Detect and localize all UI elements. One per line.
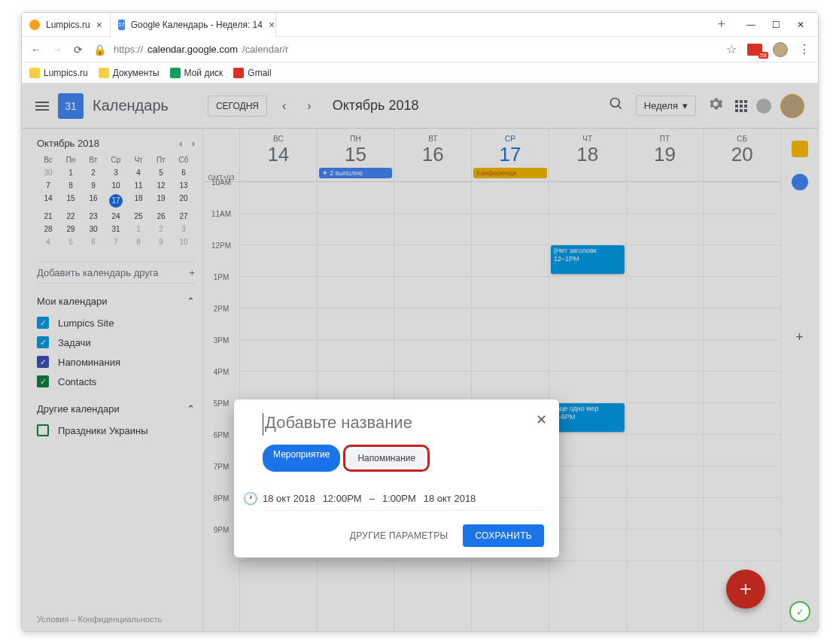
mini-day[interactable]: 10: [105, 179, 127, 192]
browser-tab[interactable]: Lumpics.ru×: [22, 13, 111, 37]
mini-day[interactable]: 12: [150, 179, 172, 192]
day-column-header[interactable]: Пт19: [626, 129, 704, 181]
apps-launcher-icon[interactable]: [735, 100, 747, 112]
day-column-header[interactable]: Пн15✦ 2 выполне: [317, 129, 394, 181]
event-title-input[interactable]: [263, 413, 544, 436]
bookmark-item[interactable]: Lumpics.ru: [29, 68, 88, 78]
start-time[interactable]: 12:00PM: [323, 493, 362, 504]
mini-day[interactable]: 30: [37, 166, 59, 179]
mini-day[interactable]: 7: [37, 179, 59, 192]
calendar-event[interactable]: (Нет заголовк12–1PM: [551, 245, 625, 274]
url-bar[interactable]: https://calendar.google.com/calendar/r: [114, 44, 719, 55]
checkbox-icon[interactable]: [37, 336, 49, 348]
search-icon[interactable]: [606, 96, 627, 115]
mini-day[interactable]: 16: [82, 192, 105, 210]
mini-day[interactable]: 9: [82, 179, 105, 192]
notifications-bell-icon[interactable]: [756, 99, 771, 114]
mini-day[interactable]: 1: [59, 166, 82, 179]
more-options-button[interactable]: ДРУГИЕ ПАРАМЕТРЫ: [342, 524, 456, 547]
my-calendars-header[interactable]: Мои календари ⌃: [37, 296, 195, 307]
start-date[interactable]: 18 окт 2018: [263, 493, 315, 504]
minimize-button[interactable]: —: [746, 20, 755, 30]
bookmark-item[interactable]: Мой диск: [170, 68, 223, 78]
mini-day[interactable]: 15: [59, 192, 82, 210]
other-calendars-header[interactable]: Другие календари ⌃: [37, 403, 195, 415]
time-row[interactable]: 🕐 18 окт 2018 12:00PM – 1:00PM 18 окт 20…: [263, 493, 544, 511]
day-column-header[interactable]: Чт18: [549, 129, 626, 181]
tasks-icon[interactable]: [792, 174, 808, 190]
mini-day[interactable]: 20: [172, 192, 195, 210]
save-button[interactable]: СОХРАНИТЬ: [463, 524, 544, 547]
browser-tab[interactable]: 17Google Календарь - Неделя: 14×: [111, 13, 276, 37]
mini-next-icon[interactable]: ›: [192, 138, 195, 149]
checkbox-icon[interactable]: [37, 375, 49, 387]
mini-day[interactable]: 8: [127, 235, 150, 248]
mini-day[interactable]: 27: [172, 210, 195, 223]
today-button[interactable]: СЕГОДНЯ: [208, 96, 267, 117]
mini-day[interactable]: 10: [172, 235, 195, 248]
checkbox-icon[interactable]: [37, 317, 49, 329]
create-fab-button[interactable]: +: [726, 570, 765, 609]
mini-day[interactable]: 13: [172, 179, 195, 192]
back-button[interactable]: ←: [29, 44, 43, 56]
adguard-shield-icon[interactable]: ✓: [789, 601, 810, 622]
type-reminder-button[interactable]: Напоминание: [347, 448, 426, 468]
close-button[interactable]: ✕: [797, 20, 804, 30]
mini-day[interactable]: 24: [105, 210, 127, 223]
calendar-item[interactable]: Lumpics Site: [37, 313, 195, 333]
maximize-button[interactable]: ☐: [772, 20, 780, 30]
mini-day[interactable]: 4: [127, 166, 150, 179]
gmail-notifier-icon[interactable]: 58: [747, 44, 762, 56]
allday-event[interactable]: Конференци: [473, 168, 547, 178]
calendar-item[interactable]: Задачи: [37, 333, 195, 352]
new-tab-button[interactable]: +: [710, 17, 733, 32]
mini-day[interactable]: 2: [150, 223, 172, 235]
mini-day[interactable]: 3: [172, 223, 195, 235]
mini-day[interactable]: 8: [59, 179, 82, 192]
mini-day[interactable]: 4: [37, 235, 59, 248]
hour-column[interactable]: [626, 182, 704, 631]
mini-day[interactable]: 6: [172, 166, 195, 179]
hour-column[interactable]: [703, 182, 780, 631]
mini-day[interactable]: 1: [127, 223, 150, 235]
day-column-header[interactable]: Вт16: [394, 129, 471, 181]
tab-close-icon[interactable]: ×: [269, 19, 275, 31]
mini-day[interactable]: 23: [82, 210, 105, 223]
mini-day[interactable]: 5: [150, 166, 172, 179]
mini-day[interactable]: 7: [105, 235, 127, 248]
add-friend-calendar[interactable]: Добавить календарь друга +: [37, 262, 195, 284]
calendar-item[interactable]: Напоминания: [37, 352, 195, 372]
mini-day[interactable]: 3: [105, 166, 127, 179]
prev-week-button[interactable]: ‹: [276, 96, 292, 116]
calendar-item[interactable]: Contacts: [37, 372, 195, 391]
mini-day[interactable]: 29: [59, 223, 82, 235]
bookmark-item[interactable]: Gmail: [233, 68, 271, 78]
forward-button[interactable]: →: [50, 44, 64, 56]
mini-day[interactable]: 22: [59, 210, 82, 223]
allday-event[interactable]: ✦ 2 выполне: [319, 168, 393, 178]
day-column-header[interactable]: Сб20: [703, 129, 780, 181]
view-selector[interactable]: Неделя ▾: [636, 96, 696, 116]
checkbox-icon[interactable]: [37, 424, 49, 436]
modal-close-button[interactable]: ✕: [536, 412, 547, 428]
mini-calendar[interactable]: ВсПнВтСрЧтПтСб30123456789101112131415161…: [37, 153, 195, 248]
mini-day[interactable]: 19: [150, 192, 172, 210]
type-event-button[interactable]: Мероприятие: [263, 445, 340, 472]
mini-day[interactable]: 28: [37, 223, 59, 235]
addon-plus-icon[interactable]: +: [795, 330, 804, 345]
sidebar-footer[interactable]: Условия – Конфиденциальность: [37, 606, 195, 624]
next-week-button[interactable]: ›: [301, 96, 317, 116]
mini-day[interactable]: 9: [150, 235, 172, 248]
reload-button[interactable]: ⟳: [71, 44, 85, 56]
star-icon[interactable]: ☆: [726, 42, 737, 56]
mini-day[interactable]: 5: [59, 235, 82, 248]
day-column-header[interactable]: Ср17Конференци: [471, 129, 549, 181]
calendar-item[interactable]: Праздники Украины: [37, 421, 195, 440]
account-avatar[interactable]: [780, 94, 804, 118]
settings-gear-icon[interactable]: [705, 96, 726, 115]
mini-day[interactable]: 11: [127, 179, 150, 192]
mini-day[interactable]: 2: [82, 166, 105, 179]
day-column-header[interactable]: Вс14: [239, 129, 317, 181]
mini-prev-icon[interactable]: ‹: [179, 138, 182, 149]
mini-day[interactable]: 6: [82, 235, 105, 248]
